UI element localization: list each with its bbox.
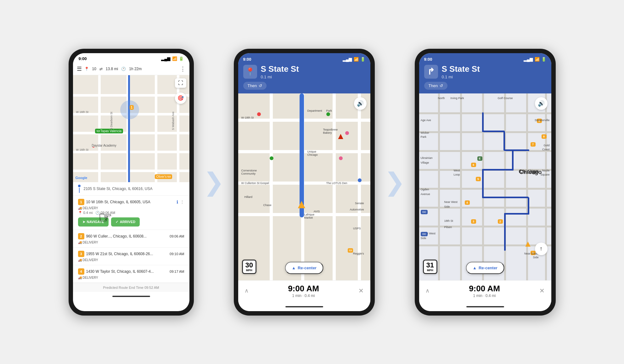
stop-badge-4: 4 <box>78 268 84 275</box>
stop-3-time: 09:10 AM <box>170 252 184 256</box>
arrow-right-1: ❯ <box>203 167 224 197</box>
map-area-3: 9 8 7 E 6 5 4 3 2 1 ▲ North Irving Park … <box>419 93 551 280</box>
label-lafrique: Lafrique <box>304 213 315 216</box>
nav-direction-icon-3: ↱ <box>424 65 438 79</box>
stop-marker-1: 1 <box>130 105 134 110</box>
nav-bottom-row-3: ∧ 9:00 AM 1 min · 0.4 mi ✕ <box>425 284 545 298</box>
cursor-hand: ☞ <box>98 208 112 227</box>
i90-badge: I90 <box>421 210 428 214</box>
stop-item-4: 4 1430 W Taylor St, Chicago, IL 60607-4.… <box>73 265 189 283</box>
label-chicago: Chicago <box>307 153 318 156</box>
menu-icon[interactable]: ☰ <box>77 65 82 72</box>
stop-1-address: 10 W 16th St, Chicago, IL 60605, USA <box>86 200 150 204</box>
stops-count: 10 <box>92 67 96 71</box>
chevron-up-3[interactable]: ∧ <box>425 287 430 294</box>
ov-badge-2: 2 <box>498 219 503 224</box>
label-auto: Automotive <box>350 208 364 211</box>
label-hillard: Hillard <box>245 195 253 199</box>
duration-label: 1h 22m <box>129 67 142 71</box>
ov-label-square: Square <box>540 173 549 176</box>
nav-battery-3: 🔋 <box>541 57 546 62</box>
ov-label-side2: Side <box>421 237 426 240</box>
nav-time-2: 9:00 <box>243 57 251 62</box>
stop-item-1: 1 10 W 16th St, Chicago, IL 60605, USA ℹ… <box>73 196 189 230</box>
label-lotus: The LOTUS Den <box>326 182 347 185</box>
i90-badge-2: I90 <box>421 232 428 236</box>
nav-bottom-2: ∧ 9:00 AM 1 min · 0.4 mi ✕ <box>238 280 370 302</box>
route-seg-6 <box>482 169 514 171</box>
sound-btn-2[interactable]: 🔊 <box>354 97 367 110</box>
signal-icon-1: ▂▄▆ <box>161 56 170 61</box>
nav-status-bar-3: 9:00 ▂▄▆ 📶 🔋 <box>424 57 546 62</box>
then-label-2: Then <box>248 83 257 88</box>
speed-unit-2: MPH <box>245 269 253 272</box>
delivery-badge-1: 🚚 DELIVERY <box>78 206 184 210</box>
nav-status-icons-3: ▂▄▆ 📶 🔋 <box>524 57 546 62</box>
more-icon-1[interactable]: ⋮ <box>180 199 184 204</box>
swap-icon: ⇄ <box>99 67 103 71</box>
info-icon-1[interactable]: ℹ <box>177 199 178 204</box>
time-1: 9:00 <box>79 56 87 61</box>
nav-street-info-2: 📍 S State St 0.1 mi <box>243 64 365 79</box>
battery-icon-1: 🔋 <box>179 56 184 61</box>
nav-time-info-3: 9:00 AM 1 min · 0.4 mi <box>469 284 500 298</box>
label-chase: Chase <box>263 204 272 207</box>
map-area-1: 1 🍽 Tapas Valencia Daystar Academy Olive… <box>73 75 189 182</box>
top-bar-1: ☰ 📍 10 ⇄ 13.8 mi 🕐 1h 22m ⋮ <box>73 63 189 75</box>
label-community: Community <box>241 172 256 175</box>
recenter-btn-2[interactable]: ▲ Re-center <box>285 262 323 274</box>
sound-btn-3[interactable]: 🔊 <box>535 97 548 110</box>
nav-time-3: 9:00 <box>424 57 432 62</box>
route-seg-10 <box>482 131 505 132</box>
ov-badge-3: 3 <box>471 219 476 224</box>
stop-badge-1: 1 <box>78 199 84 205</box>
label-cullerton: W Cullerton St <box>241 182 260 185</box>
poi-2 <box>326 112 330 116</box>
stop-2-address: 960 W Culler..., Chicago, IL 60608... <box>86 234 147 238</box>
route-seg-11 <box>482 112 484 132</box>
navigate-icon: ➤ <box>82 220 85 224</box>
nav-street-name-2: S State St <box>261 64 299 74</box>
status-bar-1: 9:00 ▂▄▆ 📶 🔋 <box>73 53 189 63</box>
then-btn-2[interactable]: Then ↺ <box>243 82 267 90</box>
arrived-btn[interactable]: ✓ ARRIVED <box>111 217 140 227</box>
ov-label-gold: Gold <box>543 144 549 147</box>
stop-4-address: 1430 W Taylor St, Chicago, IL 60607-4... <box>86 269 154 274</box>
location-btn[interactable]: 🎯 <box>175 92 186 104</box>
nav-header-2: 9:00 ▂▄▆ 📶 🔋 📍 S State St <box>238 53 370 93</box>
speed-unit-3: MPH <box>426 269 434 272</box>
then-btn-3[interactable]: Then ↺ <box>424 82 448 90</box>
route-seg-1 <box>504 213 506 251</box>
more-icon[interactable]: ⋮ <box>180 65 186 72</box>
nav-close-3[interactable]: ✕ <box>539 287 545 294</box>
tapas-marker: 🍽 Tapas Valencia <box>95 129 123 133</box>
nav-eta-2: 1 min · 0.4 mi <box>288 294 319 298</box>
ov-badge-4: 4 <box>465 200 470 205</box>
route-seg-8 <box>504 149 529 151</box>
label-bakery: Bakery <box>323 131 332 134</box>
route-seg-4 <box>482 197 529 198</box>
current-position-3: ▲ <box>524 239 532 249</box>
dearborn-label: S Dearborn St <box>110 112 113 130</box>
label-gospel: Gospel <box>260 182 269 185</box>
origin-address: 2105 S State St, Chicago, IL 60616, USA <box>84 187 153 191</box>
label-avis: AVIS <box>314 210 320 213</box>
nav-close-2[interactable]: ✕ <box>358 287 364 294</box>
route-seg-5 <box>482 169 484 198</box>
north-btn-3[interactable]: ↑ <box>535 243 548 255</box>
stop-3-address: 1955 W 21st St, Chicago, IL 60608-26... <box>86 252 153 256</box>
chevron-up-2[interactable]: ∧ <box>245 287 249 294</box>
recenter-icon-3: ▲ <box>473 266 477 270</box>
zoom-expand-btn[interactable]: ⛶ <box>175 78 186 88</box>
stop-item-2: 2 960 W Culler..., Chicago, IL 60608... … <box>73 230 189 248</box>
route-seg-9 <box>503 131 505 151</box>
ov-label-ogden: Ogden <box>421 188 429 191</box>
stop-badge-2: 2 <box>78 233 84 239</box>
daystar-label: Daystar Academy <box>92 144 116 147</box>
phone-2: 9:00 ▂▄▆ 📶 🔋 📍 S State St <box>234 49 375 316</box>
recenter-btn-3[interactable]: ▲ Re-center <box>466 262 504 274</box>
label-senate: Senate <box>355 202 364 205</box>
ov-label-side3: Side <box>533 256 538 259</box>
nav-eta-3: 1 min · 0.4 mi <box>469 294 500 298</box>
ov-label-nearwest: Near West <box>444 200 458 204</box>
